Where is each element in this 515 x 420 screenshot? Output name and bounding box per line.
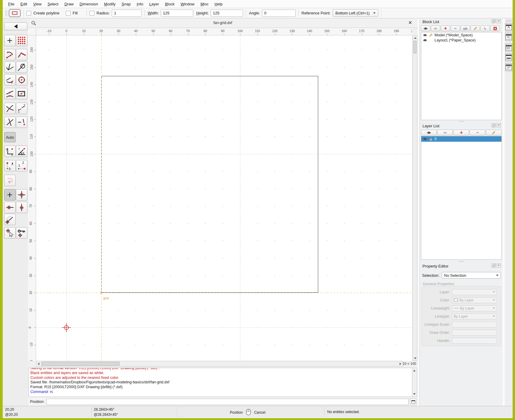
handle-input[interactable] [452, 338, 497, 344]
menu-misc[interactable]: Misc [197, 1, 212, 7]
dock-drag-handle[interactable] [506, 20, 512, 22]
panel-splitter[interactable] [420, 120, 503, 122]
restrict-angle-button[interactable] [4, 214, 16, 225]
close-panel-icon[interactable]: ✕ [497, 264, 501, 267]
block-insert-button[interactable] [480, 26, 490, 31]
snap-tangential-button[interactable] [16, 62, 27, 73]
radius-checkbox[interactable] [90, 11, 94, 16]
block-edit-button[interactable] [471, 26, 480, 31]
snap-intersection-button[interactable] [4, 103, 16, 114]
layer-edit-button[interactable] [486, 130, 501, 135]
menu-view[interactable]: View [30, 1, 44, 7]
restrict-orthogonal-button[interactable] [16, 189, 27, 201]
linetype-select[interactable]: By Layer [452, 313, 497, 319]
restrict-horizontal-button[interactable] [4, 202, 16, 213]
menu-layer[interactable]: Layer [146, 1, 162, 7]
color-select[interactable]: By Layer [452, 297, 497, 303]
scroll-down-icon[interactable] [412, 392, 416, 396]
layer-show-all-button[interactable] [421, 130, 437, 135]
snap-reference-button[interactable] [16, 88, 27, 99]
draworder-input[interactable] [452, 330, 497, 336]
command-history[interactable]: Saving to file format version "R15 [2000… [29, 368, 417, 397]
menu-snap[interactable]: Snap [119, 1, 134, 7]
eye-icon[interactable] [422, 38, 427, 42]
snap-middle-button[interactable] [4, 88, 16, 99]
menu-select[interactable]: Select [44, 1, 61, 7]
block-delete-button[interactable] [490, 26, 500, 31]
relative-polar-button[interactable]: 12 [16, 160, 27, 171]
relative-cartesian-button[interactable]: 12 [4, 160, 16, 171]
menu-info[interactable]: Info [134, 1, 146, 7]
position-input[interactable] [46, 399, 409, 405]
snap-perpendicular-button[interactable] [4, 62, 16, 73]
scroll-down-icon[interactable] [413, 356, 417, 361]
dock-block-list-button[interactable] [505, 23, 512, 31]
block-add-button[interactable] [441, 26, 450, 31]
layer-list[interactable]: 0 [421, 136, 502, 260]
snap-circle-center-button[interactable] [16, 74, 27, 86]
radius-input[interactable] [112, 10, 142, 17]
scroll-up-icon[interactable] [412, 368, 416, 373]
float-panel-icon[interactable] [492, 264, 496, 267]
back-button[interactable] [4, 23, 27, 30]
close-panel-icon[interactable]: ✕ [497, 123, 501, 127]
float-panel-icon[interactable] [492, 123, 496, 127]
layer-add-button[interactable] [453, 130, 469, 135]
block-remove-button[interactable] [451, 26, 460, 31]
menu-block[interactable]: Block [162, 1, 178, 7]
restrict-off-button[interactable] [4, 175, 16, 186]
layer-hide-all-button[interactable] [437, 130, 453, 135]
restrict-none-button[interactable] [4, 189, 16, 201]
fill-checkbox[interactable] [66, 11, 71, 16]
lineweight-select[interactable]: By Layer [452, 305, 497, 311]
layer-select[interactable] [452, 289, 497, 295]
coord-cartesian-button[interactable]: yx [4, 146, 16, 157]
coord-polar-button[interactable]: ra [16, 146, 27, 157]
snap-endpoints-button[interactable] [4, 49, 16, 60]
close-panel-icon[interactable]: ✕ [497, 19, 501, 23]
menu-file[interactable]: File [5, 1, 17, 7]
vertical-scrollbar[interactable] [413, 35, 417, 361]
menu-edit[interactable]: Edit [17, 1, 30, 7]
set-relative-zero-button[interactable] [4, 227, 16, 239]
close-icon[interactable]: ✕ [408, 20, 412, 26]
selection-select[interactable]: No Selection [442, 272, 501, 279]
rectangle-tool-button[interactable] [9, 9, 21, 17]
lock-relative-zero-button[interactable] [16, 227, 27, 239]
height-input[interactable] [211, 10, 243, 17]
horizontal-scrollbar[interactable] [36, 361, 403, 367]
scroll-left-icon[interactable] [36, 361, 41, 366]
eye-icon[interactable] [422, 137, 427, 141]
dock-layer-list-button[interactable] [505, 44, 512, 52]
horizontal-scroll-thumb[interactable] [41, 362, 120, 366]
dock-property-editor-button[interactable] [505, 63, 512, 71]
snap-on-entity-button[interactable] [16, 49, 27, 60]
drawing-canvas[interactable]: grid [36, 35, 412, 361]
snap-cross-button[interactable] [4, 116, 16, 128]
dock-command-line-button[interactable] [505, 53, 512, 61]
restrict-vertical-button[interactable] [16, 202, 27, 213]
toolbar-drag-handle[interactable] [5, 10, 8, 17]
block-list-item[interactable]: Model (*Model_Space) [421, 32, 501, 38]
angle-input[interactable] [262, 10, 296, 17]
vertical-scroll-thumb[interactable] [413, 41, 416, 53]
scroll-up-icon[interactable] [413, 36, 417, 40]
float-panel-icon[interactable] [492, 19, 496, 23]
dock-library-browser-button[interactable] [505, 33, 512, 41]
toggle-command-widget-button[interactable] [410, 398, 416, 405]
snap-center-button[interactable] [4, 74, 16, 86]
menu-help[interactable]: Help [212, 1, 226, 7]
snap-intersection-manual-button[interactable]: 12 [16, 103, 27, 114]
snap-distance-button[interactable] [16, 116, 27, 128]
reference-point-select[interactable]: Bottom Left (Ctrl+1) [333, 9, 378, 17]
block-list-item[interactable]: Layout1 (*Paper_Space) [421, 38, 501, 43]
width-input[interactable] [161, 10, 193, 17]
snap-free-button[interactable] [4, 35, 16, 46]
menu-dimension[interactable]: Dimension [77, 1, 101, 7]
snap-grid-button[interactable] [16, 35, 27, 46]
layer-list-item[interactable]: 0 [421, 136, 501, 142]
menu-window[interactable]: Window [178, 1, 197, 7]
create-polyline-checkbox[interactable] [26, 11, 31, 16]
drawn-rectangle[interactable] [101, 76, 318, 293]
command-scrollbar[interactable] [412, 368, 416, 396]
